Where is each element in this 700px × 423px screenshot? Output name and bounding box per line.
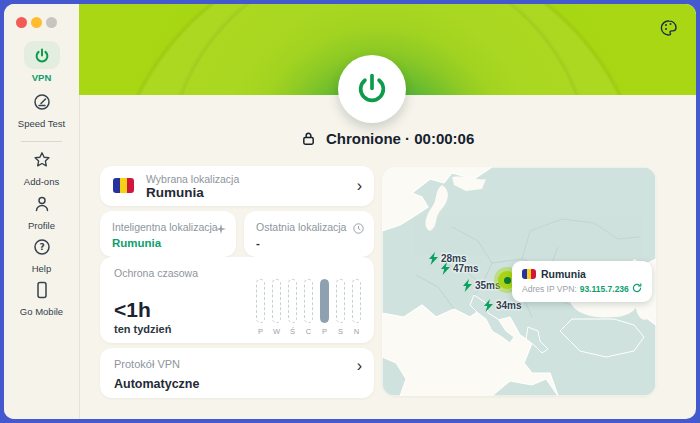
- sidebar-item-help[interactable]: ? Help: [4, 238, 79, 274]
- lightning-icon: [440, 262, 451, 275]
- romania-flag-icon: [113, 178, 134, 193]
- time-protection-card: Ochrona czasowa <1h ten tydzień P W Ś C …: [100, 257, 374, 343]
- tooltip-ip-label: Adres IP VPN:: [522, 284, 577, 294]
- time-protection-label: Ochrona czasowa: [114, 267, 198, 279]
- power-icon: [24, 41, 60, 69]
- lightning-icon: [483, 299, 494, 312]
- power-button[interactable]: [338, 55, 406, 123]
- vpn-protocol-label: Protokół VPN: [114, 358, 180, 370]
- day-label: Ś: [290, 327, 295, 336]
- lightning-icon: [428, 252, 439, 265]
- app-window: VPN Speed Test Add-ons: [4, 4, 696, 419]
- svg-text:?: ?: [39, 242, 44, 252]
- speedometer-icon: [33, 93, 51, 115]
- weekly-usage-chart: P W Ś C P S N: [255, 279, 362, 336]
- romania-flag-icon: [522, 269, 536, 279]
- day-label: S: [338, 327, 343, 336]
- chevron-right-icon: ›: [357, 358, 362, 374]
- sidebar-divider: [21, 141, 62, 142]
- palette-icon[interactable]: [660, 19, 678, 41]
- sidebar-item-label: Profile: [4, 220, 79, 231]
- star-icon: [33, 151, 51, 173]
- day-bar: [336, 279, 345, 323]
- power-icon: [355, 72, 389, 106]
- last-location-card[interactable]: Ostatnia lokalizacja -: [244, 211, 374, 257]
- sidebar-item-label: Add-ons: [4, 176, 79, 187]
- clock-icon: [353, 220, 364, 238]
- vpn-protocol-value: Automatyczne: [114, 377, 199, 391]
- sidebar-item-label: Speed Test: [4, 118, 79, 129]
- traffic-light-zoom[interactable]: [46, 17, 57, 28]
- day-label: W: [273, 327, 280, 336]
- day-label: P: [258, 327, 263, 336]
- sidebar-item-label: Go Mobile: [4, 306, 79, 317]
- sidebar-item-speed-test[interactable]: Speed Test: [4, 93, 79, 129]
- last-location-value: -: [256, 237, 260, 249]
- day-bar: [304, 279, 313, 323]
- chevron-right-icon: ›: [357, 178, 362, 194]
- map-card: 28ms 47ms 35ms 34ms Rumunia: [382, 167, 656, 396]
- smart-location-card[interactable]: Inteligentna lokalizacja Rumunia: [100, 211, 236, 257]
- help-icon: ?: [33, 238, 51, 260]
- day-bar-active: [320, 279, 329, 323]
- last-location-label: Ostatnia lokalizacja: [256, 221, 346, 233]
- ping-label: 35ms: [475, 280, 501, 291]
- traffic-light-close[interactable]: [16, 17, 27, 28]
- time-protection-value: <1h: [114, 298, 151, 322]
- smart-location-label: Inteligentna lokalizacja: [112, 221, 218, 233]
- sidebar-item-profile[interactable]: Profile: [4, 195, 79, 231]
- traffic-light-minimize[interactable]: [31, 17, 42, 28]
- day-label: C: [306, 327, 311, 336]
- day-label: P: [322, 327, 327, 336]
- day-bar: [288, 279, 297, 323]
- sparkle-icon: [216, 220, 226, 238]
- sidebar-item-label: VPN: [4, 72, 79, 83]
- selected-location-card[interactable]: Wybrana lokalizacja Rumunia ›: [100, 166, 374, 206]
- day-bar: [272, 279, 281, 323]
- lightning-icon: [462, 279, 473, 292]
- tooltip-country: Rumunia: [541, 268, 586, 280]
- sidebar-item-add-ons[interactable]: Add-ons: [4, 151, 79, 187]
- selected-location-label: Wybrana lokalizacja: [146, 173, 239, 185]
- connection-status: Chronione · 00:00:06: [79, 130, 696, 149]
- day-bar: [352, 279, 361, 323]
- tooltip-ip-value: 93.115.7.236: [580, 284, 629, 294]
- sidebar-item-go-mobile[interactable]: Go Mobile: [4, 281, 79, 317]
- smart-location-value: Rumunia: [112, 237, 161, 249]
- ping-marker[interactable]: 35ms: [462, 279, 501, 292]
- connected-location-tooltip: Rumunia Adres IP VPN: 93.115.7.236: [512, 261, 652, 302]
- status-timer: 00:00:06: [414, 130, 474, 147]
- sidebar-item-label: Help: [4, 263, 79, 274]
- ping-label: 47ms: [453, 263, 479, 274]
- selected-location-value: Rumunia: [146, 185, 204, 200]
- refresh-icon[interactable]: [632, 283, 642, 295]
- status-label: Chronione: [326, 130, 401, 147]
- lock-icon: [301, 132, 320, 149]
- ping-marker[interactable]: 47ms: [440, 262, 479, 275]
- status-separator: ·: [405, 130, 410, 147]
- screenshot-stage: VPN Speed Test Add-ons: [0, 0, 700, 423]
- sidebar: VPN Speed Test Add-ons: [4, 4, 80, 419]
- time-protection-period: ten tydzień: [114, 323, 171, 335]
- sidebar-item-vpn[interactable]: VPN: [4, 41, 79, 83]
- phone-icon: [33, 281, 51, 303]
- vpn-protocol-card[interactable]: Protokół VPN › Automatyczne: [100, 348, 374, 398]
- day-bar: [256, 279, 265, 323]
- person-icon: [33, 195, 51, 217]
- day-label: N: [354, 327, 359, 336]
